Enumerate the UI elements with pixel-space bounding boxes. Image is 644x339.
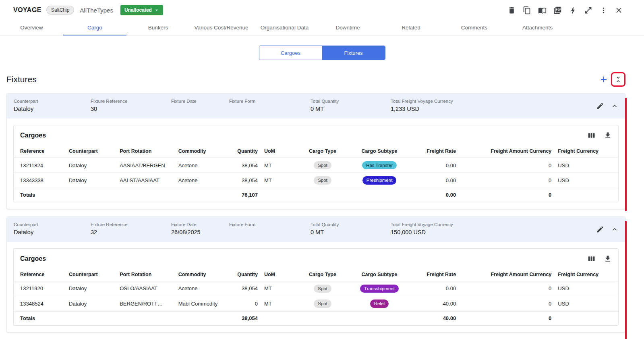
totals-quantity: 76,107 [224, 188, 261, 202]
columns-icon [588, 255, 596, 263]
counterpart-field: Counterpart Dataloy [14, 99, 91, 112]
fixtures-content: Fixtures Counterpart Dataloy [0, 72, 644, 333]
toggle-cargoes[interactable]: Cargoes [259, 46, 322, 60]
fixtures-section-header: Fixtures [6, 72, 625, 87]
tab-related[interactable]: Related [379, 20, 443, 35]
cell-freight-rate: 0.00 [414, 158, 459, 173]
col-uom: UoM [261, 145, 301, 158]
col-cargo-subtype: Cargo Subtype [344, 268, 414, 281]
cargo-row[interactable]: 13343338 Dataloy AALST/AASIAAT Acetone 3… [14, 173, 618, 188]
cell-counterpart: Dataloy [66, 281, 116, 296]
plus-icon [599, 75, 609, 84]
edit-fixture-button[interactable] [596, 102, 604, 110]
trash-icon [507, 6, 516, 15]
chevron-up-icon [611, 225, 619, 233]
voyage-name: AllTheTypes [80, 7, 113, 14]
tab-attachments[interactable]: Attachments [506, 20, 569, 35]
copy-icon [523, 6, 531, 15]
field-label: Counterpart [14, 222, 91, 227]
cargo-row[interactable]: 13348524 Dataloy BERGEN/ROTT… Mabl Commo… [14, 296, 618, 311]
totals-freight-amount-currency: 0 [459, 188, 555, 202]
cargo-subtype-badge: Relet [370, 299, 389, 308]
window-title-group: VOYAGE SaltChip AllTheTypes Unallocated [13, 5, 163, 15]
cell-freight-currency: USD [555, 158, 618, 173]
expand-window-button[interactable] [584, 6, 592, 15]
edit-icon [596, 102, 604, 110]
section-title: Fixtures [6, 75, 37, 84]
tab-organisational-data[interactable]: Organisational Data [253, 20, 316, 35]
col-freight-rate: Freight Rate [414, 145, 459, 158]
cargo-subtype-badge: Transshipment [360, 285, 399, 293]
tab-bar: Overview Cargo Bunkers Various Cost/Reve… [0, 20, 644, 35]
pdf-export-button[interactable] [553, 6, 562, 15]
toggle-fixtures[interactable]: Fixtures [322, 46, 385, 60]
col-freight-currency: Freight Currency [555, 268, 618, 281]
fixture-reference-value: 32 [91, 229, 171, 236]
cell-cargo-type: Spot [301, 296, 344, 311]
cell-uom: MT [261, 281, 301, 296]
cell-commodity: Mabl Commodity [175, 296, 224, 311]
unfold-less-icon [614, 75, 622, 83]
cell-cargo-type: Spot [301, 281, 344, 296]
fixture-form-field: Fixture Form [229, 99, 311, 112]
delete-button[interactable] [507, 6, 516, 15]
collapse-fixture-button[interactable] [611, 225, 619, 233]
counterpart-value: Dataloy [14, 229, 91, 236]
field-label: Fixture Reference [91, 222, 171, 227]
actions-button[interactable] [569, 6, 577, 15]
field-label: Fixture Form [229, 99, 311, 104]
fixtures-section-actions [599, 72, 625, 87]
edit-icon [596, 225, 604, 233]
columns-button[interactable] [588, 255, 596, 263]
totals-freight-rate: 40.00 [414, 311, 459, 325]
col-cargo-type: Cargo Type [301, 268, 344, 281]
field-label: Fixture Reference [91, 99, 171, 104]
collapse-all-button[interactable] [614, 75, 622, 83]
cell-freight-currency: USD [555, 173, 618, 188]
fixture-card: Counterpart Dataloy Fixture Reference 30… [6, 93, 625, 209]
cargoes-panel-header: Cargoes [14, 125, 618, 145]
tab-cargo[interactable]: Cargo [63, 20, 126, 35]
collapse-fixture-button[interactable] [611, 102, 619, 110]
total-freight-field: Total Freight Voyage Currency 1,233 USD [391, 99, 588, 112]
cargoes-table: Reference Counterpart Port Rotation Comm… [14, 268, 618, 325]
columns-button[interactable] [588, 131, 596, 139]
cell-cargo-subtype: Preshipment [344, 173, 414, 188]
cell-freight-currency: USD [555, 296, 618, 311]
col-reference: Reference [14, 268, 66, 281]
copy-button[interactable] [523, 6, 531, 15]
total-freight-field: Total Freight Voyage Currency 150,000 US… [391, 222, 588, 236]
cell-freight-currency: USD [555, 281, 618, 296]
tab-bunkers[interactable]: Bunkers [126, 20, 190, 35]
window-header: VOYAGE SaltChip AllTheTypes Unallocated [0, 0, 644, 20]
tab-overview[interactable]: Overview [0, 20, 63, 35]
fixture-card-actions [596, 222, 619, 233]
cell-cargo-subtype: Has Transfer [344, 158, 414, 173]
col-counterpart: Counterpart [66, 268, 116, 281]
totals-quantity: 38,054 [224, 311, 261, 325]
download-button[interactable] [604, 131, 612, 139]
allocation-status-dropdown[interactable]: Unallocated [120, 5, 163, 15]
cargo-row[interactable]: 13211824 Dataloy AASIAAT/BERGEN Acetone … [14, 158, 618, 173]
more-menu-button[interactable] [599, 6, 608, 15]
cell-freight-amount-currency: 0 [459, 173, 555, 188]
tab-comments[interactable]: Comments [443, 20, 506, 35]
cell-port-rotation: AASIAAT/BERGEN [116, 158, 175, 173]
add-fixture-button[interactable] [599, 75, 609, 84]
download-button[interactable] [604, 255, 612, 263]
col-cargo-type: Cargo Type [301, 145, 344, 158]
cell-reference: 13343338 [14, 173, 66, 188]
edit-fixture-button[interactable] [596, 225, 604, 233]
field-label: Total Freight Voyage Currency [391, 99, 588, 104]
cargo-row[interactable]: 13211920 Dataloy OSLO/AASIAAT Acetone 38… [14, 281, 618, 296]
cell-commodity: Acetone [175, 281, 224, 296]
tab-downtime[interactable]: Downtime [316, 20, 379, 35]
tab-various-cost-revenue[interactable]: Various Cost/Revenue [190, 20, 253, 35]
compare-button[interactable] [538, 6, 547, 15]
cell-cargo-type: Spot [301, 173, 344, 188]
fixture-date-value [171, 106, 229, 112]
cell-freight-amount-currency: 0 [459, 281, 555, 296]
expand-icon [584, 6, 592, 15]
close-button[interactable] [615, 6, 623, 15]
col-port-rotation: Port Rotation [116, 268, 175, 281]
